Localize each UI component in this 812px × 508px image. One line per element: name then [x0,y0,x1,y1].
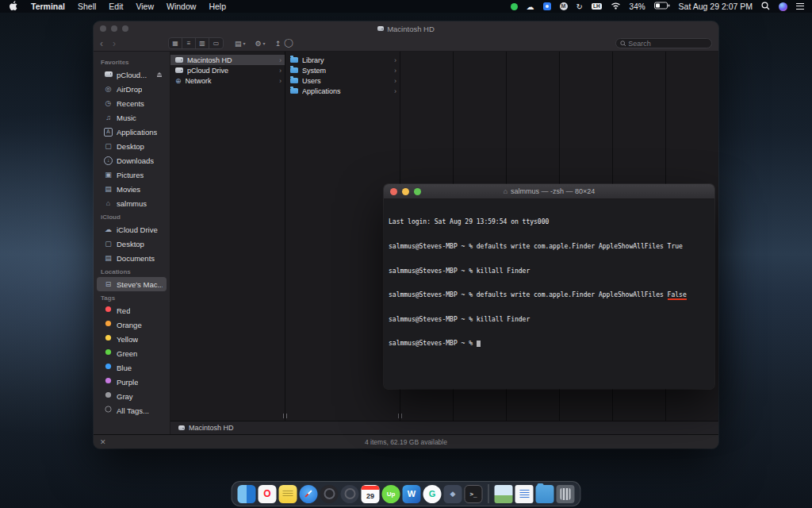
menu-edit[interactable]: Edit [109,2,123,11]
dock-stickies-icon[interactable] [279,485,297,503]
tag-label: Orange [117,321,142,329]
desktop-icon [104,240,113,248]
list-view-button[interactable]: ≡ [182,38,196,48]
menu-shell[interactable]: Shell [78,2,96,11]
sidebar-tag-green[interactable]: Green [97,346,167,360]
sidebar-item-music[interactable]: Music [97,110,167,125]
column-item-label: Applications [302,87,390,95]
dock-trash-icon[interactable] [557,485,575,503]
dock-finder-icon[interactable] [238,485,256,503]
folder-icon [290,57,298,64]
column-item-macintosh-hd[interactable]: Macintosh HD [170,55,285,65]
terminal-line: salmmus@Steves-MBP ~ % killall Finder [389,316,710,324]
dock-dark-app-icon[interactable]: ◆ [444,485,462,503]
dock-word-icon[interactable]: W [403,485,421,503]
group-by-button[interactable]: ▤▾ [235,40,246,48]
column-item-system[interactable]: System [285,65,400,75]
forward-button[interactable]: › [113,38,116,49]
dock-downloads-folder-icon[interactable] [536,485,554,503]
dock-camera-icon[interactable] [320,485,339,503]
sidebar-tag-blue[interactable]: Blue [97,360,167,375]
sidebar-tag-orange[interactable]: Orange [97,318,167,332]
menu-app-name[interactable]: Terminal [31,2,65,11]
sidebar-item-applications[interactable]: Applications [97,125,167,139]
tag-dot-icon [104,406,113,415]
path-bar-label: Macintosh HD [189,424,234,432]
terminal-line: Last login: Sat Aug 29 13:59:54 on ttys0… [389,218,710,226]
apple-menu-icon[interactable] [10,1,18,13]
sidebar-item-steves-mac[interactable]: Steve's Mac... [97,277,167,291]
menu-help[interactable]: Help [209,2,226,11]
dock-photo-app-icon[interactable] [341,485,359,503]
sidebar-item-recents[interactable]: Recents [97,96,167,110]
status-green-dot-icon[interactable] [511,3,518,10]
siri-icon[interactable] [779,2,787,11]
column-item-applications[interactable]: Applications [285,86,400,96]
back-button[interactable]: ‹ [100,38,103,49]
annotated-false-value: False [668,291,687,300]
chevron-right-icon [279,67,282,75]
chevron-right-icon [394,77,396,85]
column-resize-handle[interactable] [398,414,402,418]
dock-image-file-icon[interactable] [495,485,513,503]
share-button[interactable]: ↥ [275,40,282,48]
cloud-sync-icon[interactable] [527,2,534,11]
gallery-view-button[interactable]: ▭ [209,38,223,48]
dock-upwork-icon[interactable]: Up [382,485,400,503]
menu-view[interactable]: View [136,2,154,11]
icon-view-button[interactable]: ▦ [169,38,182,48]
finder-path-bar[interactable]: Macintosh HD [170,421,718,434]
sidebar-item-documents[interactable]: Documents [97,251,167,265]
terminal-output[interactable]: Last login: Sat Aug 29 13:59:54 on ttys0… [384,199,714,389]
close-x-icon[interactable]: ✕ [100,438,106,446]
column-item-pcloud-drive[interactable]: pCloud Drive [170,65,285,75]
search-input[interactable] [628,40,707,48]
m-circle-icon[interactable]: M [560,2,568,10]
action-gear-button[interactable]: ⚙▾ [255,40,266,48]
sidebar-item-pictures[interactable]: Pictures [97,167,167,182]
applications-icon [104,127,113,137]
sidebar-item-home[interactable]: salmmus [97,196,167,210]
tag-label: Red [117,306,130,315]
dock-grammarly-icon[interactable]: G [423,485,442,503]
tag-dot-icon [104,363,113,372]
dock-opera-icon[interactable]: O [259,485,277,503]
icloud-icon [104,225,113,234]
spotlight-icon[interactable] [761,2,770,12]
menu-clock[interactable]: Sat Aug 29 2:07 PM [679,2,753,11]
hard-drive-icon [175,57,183,63]
sync-arrows-icon[interactable] [576,2,583,11]
sidebar-item-movies[interactable]: Movies [97,182,167,196]
dock-calendar-icon[interactable]: 29 [362,485,380,503]
battery-icon[interactable] [654,2,670,11]
column-item-network[interactable]: Network [170,75,285,86]
dock-terminal-icon[interactable]: >_ [465,485,483,503]
column-view-button[interactable]: ▥ [196,38,209,48]
tag-dot-icon [104,377,113,387]
eject-icon[interactable] [156,72,163,77]
column-item-users[interactable]: Users [285,75,400,86]
sidebar-all-tags[interactable]: All Tags... [97,403,167,418]
dock-safari-icon[interactable] [300,485,318,503]
lh-badge-icon[interactable]: LH [592,3,602,10]
sidebar-tag-purple[interactable]: Purple [97,375,167,389]
column-item-label: Users [302,77,390,85]
sidebar-tag-red[interactable]: Red [97,303,167,318]
sidebar-tag-yellow[interactable]: Yellow [97,332,167,346]
column-1: Macintosh HD pCloud Drive Network [170,52,285,421]
sidebar-item-icloud-desktop[interactable]: Desktop [97,237,167,251]
wifi-icon[interactable] [611,2,621,11]
blue-app-status-icon[interactable] [543,2,551,10]
sidebar-tag-gray[interactable]: Gray [97,389,167,403]
sidebar-item-label: Documents [117,254,155,263]
sidebar-item-pcloud[interactable]: pCloud... [97,67,167,82]
search-field[interactable] [615,38,712,48]
sidebar-item-downloads[interactable]: Downloads [97,153,167,167]
column-item-library[interactable]: Library [285,55,400,65]
dock-document-file-icon[interactable] [515,485,534,503]
notification-list-icon[interactable] [796,3,804,10]
sidebar-item-icloud-drive[interactable]: iCloud Drive [97,222,167,237]
sidebar-item-airdrop[interactable]: AirDrop [97,82,167,96]
menu-window[interactable]: Window [167,2,196,11]
sidebar-item-desktop[interactable]: Desktop [97,139,167,153]
